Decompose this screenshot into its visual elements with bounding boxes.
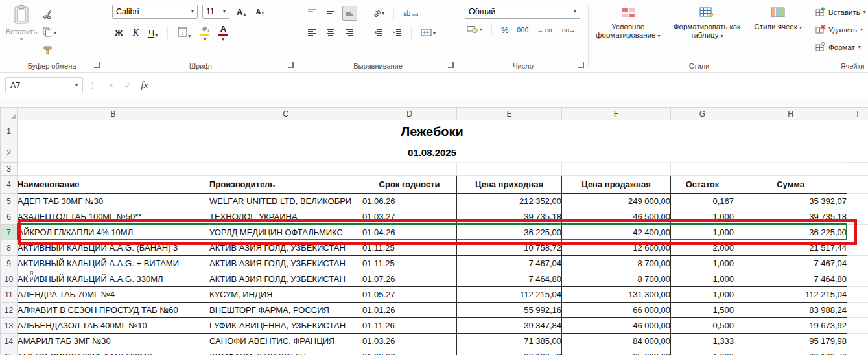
cell-D10[interactable]: 01.07.26 <box>362 271 457 287</box>
cell-C9[interactable]: АКТИВ АЗИЯ ГОЛД, УЗБЕКИСТАН <box>209 256 362 271</box>
cell-H12[interactable]: 83 988,24 <box>734 303 847 318</box>
cell-E6[interactable]: 39 735,18 <box>457 209 562 225</box>
cell-E7[interactable]: 36 225,00 <box>457 225 562 240</box>
cell-C11[interactable]: КУСУМ, ИНДИЯ <box>209 287 362 303</box>
cell-G13[interactable]: 0,500 <box>671 318 734 334</box>
row-header-9[interactable]: 9 <box>1 256 18 271</box>
cell-G8[interactable]: 2,000 <box>671 240 734 256</box>
cell[interactable] <box>847 143 868 163</box>
cell-G15[interactable]: 1,000 <box>671 349 734 355</box>
cell[interactable] <box>562 163 671 176</box>
column-header-C[interactable]: C <box>209 108 362 120</box>
row-header-8[interactable]: 8 <box>1 240 18 256</box>
merge-center-button[interactable]: ▾ <box>418 26 438 41</box>
column-header-G[interactable]: G <box>671 108 734 120</box>
cell-G6[interactable]: 1,000 <box>671 209 734 225</box>
cell-G12[interactable]: 1,500 <box>671 303 734 318</box>
cell-F5[interactable]: 249 000,00 <box>562 194 671 209</box>
table-header-1[interactable]: Наименование <box>18 176 209 194</box>
cell-G10[interactable]: 1,000 <box>671 271 734 287</box>
cell[interactable] <box>847 287 868 303</box>
format-painter-button[interactable] <box>43 45 56 58</box>
cell-D14[interactable]: 01.03.26 <box>362 334 457 349</box>
cell[interactable] <box>671 163 734 176</box>
cell-E14[interactable]: 71 385,00 <box>457 334 562 349</box>
row-header-5[interactable]: 5 <box>1 194 18 209</box>
cell-F6[interactable]: 46 500,00 <box>562 209 671 225</box>
column-header-I[interactable]: I <box>847 108 868 120</box>
cell-D8[interactable]: 01.11.25 <box>362 240 457 256</box>
row-header-13[interactable]: 13 <box>1 318 18 334</box>
cell[interactable] <box>847 349 868 355</box>
conditional-formatting-button[interactable]: Условное форматирование ▾ <box>592 5 664 60</box>
cell-C10[interactable]: АКТИВ АЗИЯ ГОЛД, УЗБЕКИСТАН <box>209 271 362 287</box>
row-header-2[interactable]: 2 <box>1 143 18 163</box>
row-header-3[interactable]: 3 <box>1 163 18 176</box>
cancel-icon[interactable]: × <box>102 80 119 91</box>
cell-F14[interactable]: 84 000,00 <box>562 334 671 349</box>
comma-style-button[interactable]: 000 <box>515 26 531 34</box>
cell-C6[interactable]: ТЕХНОЛОГ, УКРАИНА <box>209 209 362 225</box>
align-middle-button[interactable] <box>323 6 338 21</box>
align-right-button[interactable] <box>342 26 357 41</box>
cell[interactable] <box>847 271 868 287</box>
cell-C5[interactable]: WELFAR UNITED LTD, ВЕЛИКОБРИ <box>209 194 362 209</box>
cell-D12[interactable]: 01.01.26 <box>362 303 457 318</box>
decrease-font-button[interactable]: А▾ <box>253 7 266 16</box>
cell[interactable] <box>209 163 362 176</box>
cell-H11[interactable]: 112 215,04 <box>734 287 847 303</box>
sheet-title-cell[interactable]: Лежебоки <box>18 120 847 143</box>
cell-G14[interactable]: 1,333 <box>671 334 734 349</box>
cell-D5[interactable]: 01.06.26 <box>362 194 457 209</box>
cell-C14[interactable]: САНОФИ АВЕНТИС, ФРАНЦИЯ <box>209 334 362 349</box>
cell-B5[interactable]: АДЕП ТАБ 30МГ №30 <box>18 194 209 209</box>
accounting-format-button[interactable]: ▾ <box>465 24 484 36</box>
row-header-4[interactable]: 4 <box>1 176 18 194</box>
cell-H13[interactable]: 19 673,92 <box>734 318 847 334</box>
cell-F11[interactable]: 131 300,00 <box>562 287 671 303</box>
cell[interactable] <box>847 318 868 334</box>
fill-color-button[interactable]: ▾ <box>198 23 212 43</box>
cell[interactable] <box>847 176 868 194</box>
increase-indent-button[interactable] <box>390 26 405 41</box>
namebox-splitter[interactable]: ⋮ <box>89 81 97 90</box>
dialog-launcher-icon[interactable] <box>448 62 454 68</box>
italic-button[interactable]: К <box>130 27 141 39</box>
paste-button[interactable]: Вставить ▾ <box>0 3 43 60</box>
row-header-11[interactable]: 11 <box>1 287 18 303</box>
format-cells-button[interactable]: Формат ▾ <box>815 40 868 54</box>
cell-E12[interactable]: 55 992,16 <box>457 303 562 318</box>
table-header-5[interactable]: Цена продажная <box>562 176 671 194</box>
column-header-D[interactable]: D <box>362 108 457 120</box>
cell-G9[interactable]: 1,000 <box>671 256 734 271</box>
cell[interactable] <box>18 163 209 176</box>
cell-F10[interactable]: 8 700,00 <box>562 271 671 287</box>
cell-B14[interactable]: АМАРИЛ ТАБ 3МГ №30 <box>18 334 209 349</box>
cell-C15[interactable]: ХИМФАРМ, КАЗАХСТАН <box>209 349 362 355</box>
column-header-B[interactable]: B <box>18 108 209 120</box>
cell[interactable] <box>847 209 868 225</box>
cell-E9[interactable]: 7 467,04 <box>457 256 562 271</box>
cell-styles-button[interactable]: Стили ячеек ▾ <box>750 5 806 60</box>
row-header-14[interactable]: 14 <box>1 334 18 349</box>
cell-D7[interactable]: 01.04.26 <box>362 225 457 240</box>
cell-H6[interactable]: 39 735,18 <box>734 209 847 225</box>
cell[interactable] <box>847 163 868 176</box>
insert-cells-button[interactable]: Вставить ▾ <box>815 5 868 19</box>
cell-D15[interactable]: 01.02.26 <box>362 349 457 355</box>
cell[interactable] <box>847 120 868 143</box>
cell-B8[interactable]: АКТИВНЫЙ КАЛЬЦИЙ A.A.G. (БАНАН) 3 <box>18 240 209 256</box>
table-header-7[interactable]: Сумма <box>734 176 847 194</box>
column-header-H[interactable]: H <box>734 108 847 120</box>
cell-C12[interactable]: ВНЕШТОРГ ФАРМА, РОССИЯ <box>209 303 362 318</box>
cell[interactable] <box>847 334 868 349</box>
cell-H7[interactable]: 36 225,00 <box>734 225 847 240</box>
cell-E8[interactable]: 10 758,72 <box>457 240 562 256</box>
column-header-E[interactable]: E <box>457 108 562 120</box>
cell-F13[interactable]: 46 000,00 <box>562 318 671 334</box>
cell-F9[interactable]: 8 700,00 <box>562 256 671 271</box>
cell-D11[interactable]: 01.05.27 <box>362 287 457 303</box>
delete-cells-button[interactable]: Удалить ▾ <box>815 23 868 37</box>
cell-F12[interactable]: 66 000,00 <box>562 303 671 318</box>
percent-button[interactable]: % <box>499 25 511 36</box>
